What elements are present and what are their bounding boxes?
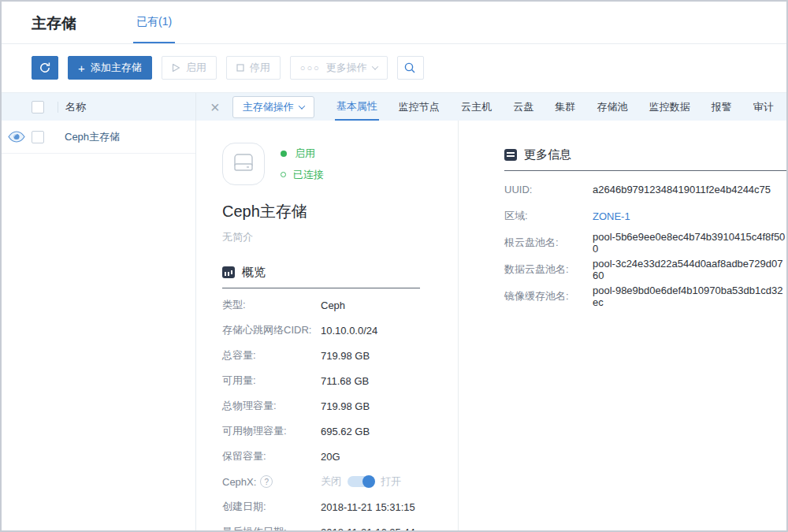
status-connected-label: 已连接 [293, 168, 324, 182]
refresh-button[interactable] [32, 56, 58, 80]
toolbar: + 添加主存储 启用 停用 ○○○ 更多操作 [2, 44, 786, 91]
field-uuid: UUID: a2646b97912348419011f2e4b4244c75 [504, 176, 786, 203]
storage-actions-label: 主存储操作 [243, 100, 294, 114]
stop-icon [236, 64, 244, 72]
storage-list: Ceph主存储 [2, 121, 196, 530]
field-heartbeat-cidr: 存储心跳网络CIDR: 10.10.0.0/24 [222, 318, 420, 343]
close-icon[interactable]: × [210, 99, 220, 115]
content-area: 名称 × 主存储操作 基本属性 监控节点 云主机 云盘 集群 存储池 监控数据 … [2, 92, 786, 530]
cephx-toggle[interactable] [348, 476, 374, 487]
detail-title: Ceph主存储 [222, 201, 420, 222]
field-available-physical-capacity: 可用物理容量: 695.62 GB [222, 419, 420, 444]
tab-storage-pools[interactable]: 存储池 [595, 93, 629, 121]
detail-panel-right: 更多信息 UUID: a2646b97912348419011f2e4b4244… [459, 121, 786, 530]
add-primary-storage-label: 添加主存储 [91, 61, 142, 75]
field-total-capacity: 总容量: 719.98 GB [222, 343, 420, 368]
column-divider [58, 102, 58, 113]
detail-panel-left: 启用 已连接 Ceph主存储 无简介 概览 [196, 121, 459, 530]
more-actions-label: 更多操作 [326, 61, 367, 75]
overview-title: 概览 [242, 265, 266, 280]
disable-label: 停用 [250, 61, 270, 75]
field-create-date: 创建日期: 2018-11-21 15:31:15 [222, 494, 420, 519]
storage-actions-button[interactable]: 主存储操作 [232, 96, 314, 118]
overview-icon [222, 266, 235, 278]
detail-header: × 主存储操作 基本属性 监控节点 云主机 云盘 集群 存储池 监控数据 报警 … [196, 93, 786, 121]
toggle-knob [362, 475, 375, 488]
more-actions-button[interactable]: ○○○ 更多操作 [290, 56, 388, 80]
zone-link[interactable]: ZONE-1 [593, 210, 630, 222]
status-column: 启用 已连接 [281, 143, 324, 185]
status-connected: 已连接 [281, 168, 324, 182]
primary-storage-icon [222, 143, 265, 185]
field-image-cache-pool: 镜像缓存池名: pool-98e9bd0e6def4b10970ba53db1c… [504, 283, 786, 310]
tab-vm-instances[interactable]: 云主机 [459, 93, 493, 121]
tab-existing[interactable]: 已有(1) [133, 2, 175, 43]
field-cephx: CephX: ? 关闭 打开 [222, 469, 420, 494]
enabled-dot-icon [281, 151, 287, 157]
field-root-volume-pool: 根云盘池名: pool-5b6e9ee0e8ec4b74b3910415c4f8… [504, 229, 786, 256]
cephx-label: CephX: [222, 476, 256, 488]
field-type: 类型: Ceph [222, 292, 420, 318]
connected-dot-icon [281, 172, 286, 177]
disable-button[interactable]: 停用 [226, 56, 281, 80]
add-primary-storage-button[interactable]: + 添加主存储 [68, 56, 152, 80]
field-last-op-date: 最后操作日期: 2018-11-21 16:25:44 [222, 519, 420, 532]
eye-icon[interactable] [2, 131, 32, 143]
status-enabled-label: 启用 [295, 147, 315, 161]
enable-label: 启用 [186, 61, 206, 75]
field-data-volume-pool: 数据云盘池名: pool-3c24e33d22a544d0aaf8adbe729… [504, 256, 786, 283]
help-icon[interactable]: ? [260, 475, 273, 488]
page-header: 主存储 已有(1) [2, 2, 786, 44]
more-info-fields: UUID: a2646b97912348419011f2e4b4244c75 区… [504, 176, 786, 310]
more-info-title: 更多信息 [524, 147, 571, 162]
enable-button[interactable]: 启用 [162, 56, 217, 80]
more-info-section-header: 更多信息 [504, 147, 786, 171]
table-row[interactable]: Ceph主存储 [2, 121, 195, 154]
row-checkbox[interactable] [32, 131, 44, 143]
tab-monitor-nodes[interactable]: 监控节点 [397, 93, 441, 121]
app-window: 主存储 已有(1) + 添加主存储 启用 停用 ○○○ 更多操作 [0, 0, 788, 532]
field-zone: 区域: ZONE-1 [504, 203, 786, 229]
search-icon [403, 61, 417, 75]
field-total-physical-capacity: 总物理容量: 719.98 GB [222, 393, 420, 419]
tab-monitor-data[interactable]: 监控数据 [648, 93, 692, 121]
more-info-icon [504, 149, 517, 161]
content-body: Ceph主存储 启用 [2, 121, 786, 530]
overview-fields: 类型: Ceph 存储心跳网络CIDR: 10.10.0.0/24 总容量: 7… [222, 292, 420, 532]
tab-audit[interactable]: 审计 [752, 93, 775, 121]
detail-tabs: 基本属性 监控节点 云主机 云盘 集群 存储池 监控数据 报警 审计 [335, 93, 775, 121]
tab-basic-properties[interactable]: 基本属性 [335, 93, 379, 121]
tab-clusters[interactable]: 集群 [553, 93, 577, 121]
field-available-capacity: 可用量: 711.68 GB [222, 368, 420, 393]
toggle-off-label: 关闭 [321, 474, 341, 489]
table-header: 名称 [2, 93, 196, 121]
play-icon [172, 63, 180, 73]
tab-alerts[interactable]: 报警 [710, 93, 734, 121]
status-enabled: 启用 [281, 147, 324, 161]
plus-icon: + [78, 61, 85, 75]
chevron-down-icon [298, 102, 304, 109]
field-reserved-capacity: 保留容量: 20G [222, 444, 420, 469]
toggle-on-label: 打开 [381, 474, 401, 489]
refresh-icon [39, 61, 51, 74]
overview-section-header: 概览 [222, 265, 420, 288]
column-header-name: 名称 [65, 100, 86, 114]
tab-volumes[interactable]: 云盘 [511, 93, 535, 121]
row-name[interactable]: Ceph主存储 [65, 130, 120, 144]
select-all-checkbox[interactable] [32, 101, 44, 113]
detail-subtitle: 无简介 [222, 230, 420, 244]
search-button[interactable] [397, 56, 424, 80]
page-title: 主存储 [32, 13, 76, 43]
content-header-strip: 名称 × 主存储操作 基本属性 监控节点 云主机 云盘 集群 存储池 监控数据 … [2, 92, 786, 121]
more-dots-icon: ○○○ [300, 63, 321, 73]
chevron-down-icon [371, 63, 377, 69]
